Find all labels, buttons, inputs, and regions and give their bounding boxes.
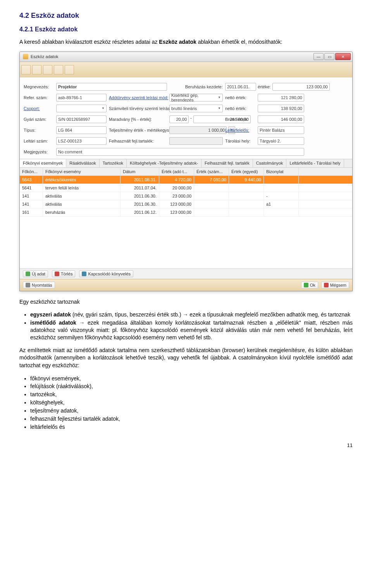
col-fokon[interactable]: Főkön... bbox=[20, 168, 43, 175]
table-cell: 2011.08.31. bbox=[121, 176, 159, 184]
tabs: Főkönyvi események Ráaktiválások Tartozé… bbox=[20, 159, 352, 168]
label-netto-ertek-2: nettó érték: bbox=[225, 106, 255, 111]
table-cell: aktiválás bbox=[43, 200, 121, 208]
delete-button[interactable]: Törlés bbox=[52, 270, 76, 277]
bullet-list-1: egyszeri adatok (név, gyári szám, típus,… bbox=[19, 311, 353, 341]
table-cell: 2011.06.30. bbox=[121, 200, 159, 208]
list-item: főkönyvi események, bbox=[30, 375, 353, 382]
list-item: felújítások (ráaktiválások), bbox=[30, 383, 353, 390]
dash: - bbox=[190, 115, 192, 123]
input-leltari-szam[interactable] bbox=[56, 137, 107, 145]
input-erteke[interactable] bbox=[272, 83, 330, 91]
table-cell: értékcsökkentés bbox=[43, 176, 121, 184]
intro-paragraph: A kereső ablakban kiválasztott eszköz ré… bbox=[19, 38, 353, 46]
bullet2-rest: → ezek megadása általában komoly korláto… bbox=[30, 320, 353, 340]
minimize-button[interactable]: — bbox=[313, 53, 324, 60]
col-ertek-szam[interactable]: Érték (szám... bbox=[194, 168, 229, 175]
input-refer-szam[interactable] bbox=[56, 94, 107, 101]
table-cell: 7 080,00 bbox=[194, 176, 229, 184]
link-csoport[interactable]: Csoport: bbox=[24, 106, 54, 111]
paragraph-3: Az említettek miatt az ismétlődő adatok … bbox=[19, 347, 353, 370]
delete-icon bbox=[55, 272, 59, 276]
chevron-down-icon: ▼ bbox=[218, 107, 221, 110]
book-icon bbox=[82, 272, 86, 276]
table-cell: a1 bbox=[264, 200, 299, 208]
paragraph-after-screenshot: Egy eszközhöz tartoznak bbox=[19, 298, 353, 306]
input-maradvany-pct[interactable] bbox=[169, 115, 189, 123]
label-netto-ertek-1: nettó érték: bbox=[225, 95, 255, 100]
table-cell: 2011.07.04. bbox=[121, 184, 159, 192]
col-fokonyvi-esemeny[interactable]: Főkönyvi esemény bbox=[43, 168, 121, 175]
col-datum[interactable]: Dátum bbox=[121, 168, 159, 175]
combo-csoport[interactable]: ▼ bbox=[56, 105, 107, 112]
print-button[interactable]: Nyomtatás bbox=[23, 282, 55, 289]
printer-icon bbox=[26, 283, 30, 287]
label-refer-szam: Refer. szám: bbox=[24, 95, 54, 100]
intro-text-2: ablakban érhetők el, módosíthatók: bbox=[196, 39, 282, 45]
list-item: felhasznált fejlesztési tartalék adatok, bbox=[30, 415, 353, 423]
cancel-button[interactable]: Mégsem bbox=[321, 282, 349, 289]
bullet-list-2: főkönyvi események, felújítások (ráaktiv… bbox=[19, 375, 353, 431]
tab-fokonyvi-esemenyek[interactable]: Főkönyvi események bbox=[20, 159, 66, 167]
table-cell: 23 000,00 bbox=[159, 192, 194, 200]
table-cell: 161 bbox=[20, 208, 43, 216]
input-beruhazas-kezdete[interactable] bbox=[225, 83, 256, 91]
input-megjegyzes[interactable] bbox=[56, 148, 304, 156]
maximize-button[interactable]: ▭ bbox=[324, 53, 334, 60]
tab-felhasznalt-fejl[interactable]: Felhasznált fejl. tartalék bbox=[202, 159, 253, 167]
table-row[interactable]: 5643értékcsökkentés2011.08.31.4 720,007 … bbox=[20, 176, 352, 184]
label-tarolasi-hely: Tárolási hely: bbox=[225, 139, 255, 143]
label-megnevezes: Megnevezés: bbox=[24, 84, 54, 89]
ok-button[interactable]: Ok bbox=[301, 282, 318, 289]
tab-csatolmanyok[interactable]: Csatolmányok bbox=[253, 159, 287, 167]
table-cell: 20 000,00 bbox=[159, 184, 194, 192]
label-szamviteli-mod: Számviteli törvény szerinti leírási mód: bbox=[109, 106, 167, 111]
tab-koltseghelyek[interactable]: Költséghelyek -Teljesítmény adatok- bbox=[127, 159, 202, 167]
table-cell: beruházás bbox=[43, 208, 121, 216]
bullet1-rest: (név, gyári szám, típus, beszerzési érté… bbox=[71, 311, 350, 318]
table-row[interactable]: 141aktiválás2011.06.30.23 000,00- bbox=[20, 192, 352, 200]
table-row[interactable]: 161beruházás2011.06.12.123 000,00 bbox=[20, 208, 352, 217]
input-teljesitmeny[interactable] bbox=[169, 126, 227, 134]
col-bizonylat[interactable]: Bizonylat bbox=[264, 168, 299, 175]
eszkoz-adatok-window: Eszköz adatok — ▭ ✕ Megnevezés: Beruházá… bbox=[19, 52, 353, 291]
table-cell: 9 440,00 bbox=[229, 176, 264, 184]
table-cell: aktiválás bbox=[43, 192, 121, 200]
table-cell: 123 000,00 bbox=[159, 208, 194, 216]
close-button[interactable]: ✕ bbox=[335, 53, 351, 60]
combo-adotorveny-mod[interactable]: Kisértékű gép, berendezés▼ bbox=[169, 94, 223, 101]
col-ertek-ado[interactable]: Érték (adó t... bbox=[159, 168, 194, 175]
input-netto-ertek-1[interactable] bbox=[258, 94, 304, 101]
linked-booking-button[interactable]: Kapcsolódó könyvelés bbox=[79, 270, 133, 277]
input-netto-ertek-2[interactable] bbox=[258, 105, 304, 112]
input-megnevezes[interactable] bbox=[56, 83, 167, 91]
table-row[interactable]: 141aktiválás2011.06.30.123 000,00a1 bbox=[20, 200, 352, 208]
input-tarolasi-hely[interactable] bbox=[258, 137, 304, 145]
add-button[interactable]: Új adat bbox=[23, 270, 48, 277]
link-adotorveny-mod[interactable]: Adótörvény szerinti leírási mód: bbox=[109, 95, 167, 100]
table-row[interactable]: 5641terven felüli leírás2011.07.04.20 00… bbox=[20, 184, 352, 192]
table-cell bbox=[229, 208, 264, 216]
input-tipus[interactable] bbox=[56, 126, 107, 134]
label-megjegyzes: Megjegyzés: bbox=[24, 150, 54, 154]
bullet2-bold: ismétlődő adatok bbox=[30, 320, 76, 326]
input-gyari-szam[interactable] bbox=[56, 115, 107, 123]
link-leltarfelelos[interactable]: Leltárfelelős: bbox=[225, 128, 255, 132]
cancel-icon bbox=[324, 283, 329, 287]
tab-leltarfelelos[interactable]: Leltárfelelős - Tárolási hely bbox=[286, 159, 344, 167]
check-icon bbox=[304, 283, 308, 287]
toolstrip bbox=[20, 62, 352, 77]
tab-raaktivalasok[interactable]: Ráaktiválások bbox=[66, 159, 99, 167]
label-felhasznalt-fejl: Felhasznált fejl.tartalék: bbox=[109, 139, 167, 143]
table-cell: terven felüli leírás bbox=[43, 184, 121, 192]
action-bar: Új adat Törlés Kapcsolódó könyvelés bbox=[20, 268, 352, 279]
input-leltarfelelos[interactable] bbox=[258, 126, 304, 134]
table-cell bbox=[264, 176, 299, 184]
combo-szamviteli-mod[interactable]: bruttó lineáris▼ bbox=[169, 105, 223, 112]
col-ertek-egyedi[interactable]: Érték (egyedi) bbox=[229, 168, 264, 175]
table-cell: 2011.06.30. bbox=[121, 192, 159, 200]
input-brutto-ertek[interactable] bbox=[258, 115, 304, 123]
table-cell: 4 720,00 bbox=[159, 176, 194, 184]
tab-tartozekok[interactable]: Tartozékok bbox=[100, 159, 127, 167]
input-felhasznalt-fejl[interactable] bbox=[169, 137, 223, 145]
